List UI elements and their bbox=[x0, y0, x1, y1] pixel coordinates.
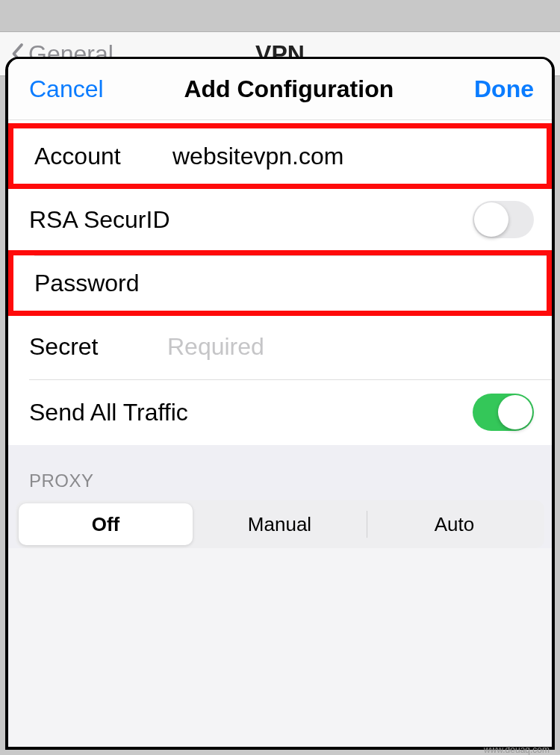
watermark-text: www.deuaq.com bbox=[484, 745, 550, 755]
secret-label: Secret bbox=[29, 333, 167, 361]
rsa-securid-toggle[interactable] bbox=[473, 201, 534, 238]
password-row[interactable]: Password bbox=[8, 250, 552, 316]
send-all-traffic-label: Send All Traffic bbox=[29, 399, 188, 426]
rsa-securid-row: RSA SecurID bbox=[8, 187, 552, 252]
toggle-knob bbox=[474, 202, 508, 237]
rsa-securid-label: RSA SecurID bbox=[29, 206, 170, 234]
done-button[interactable]: Done bbox=[474, 75, 534, 103]
add-configuration-modal: Cancel Add Configuration Done Account RS… bbox=[5, 57, 555, 750]
secret-input[interactable] bbox=[167, 333, 534, 361]
proxy-segment-auto[interactable]: Auto bbox=[367, 503, 541, 545]
account-row[interactable]: Account bbox=[8, 123, 552, 189]
proxy-section-header: PROXY bbox=[8, 445, 552, 500]
proxy-segmented-control[interactable]: Off Manual Auto bbox=[16, 500, 544, 548]
proxy-segment-off[interactable]: Off bbox=[19, 503, 193, 545]
vpn-fields-group: Account RSA SecurID Password Secret Send… bbox=[8, 120, 552, 445]
password-input[interactable] bbox=[172, 270, 529, 297]
send-all-traffic-row: Send All Traffic bbox=[8, 379, 552, 445]
account-label: Account bbox=[34, 143, 172, 170]
password-label: Password bbox=[34, 270, 172, 297]
toggle-knob bbox=[498, 395, 532, 429]
modal-title: Add Configuration bbox=[184, 75, 393, 103]
modal-header: Cancel Add Configuration Done bbox=[8, 59, 552, 120]
proxy-segmented-wrap: Off Manual Auto bbox=[8, 500, 552, 548]
cancel-button[interactable]: Cancel bbox=[29, 75, 104, 103]
modal-spacer bbox=[8, 548, 552, 747]
secret-row[interactable]: Secret bbox=[8, 314, 552, 379]
send-all-traffic-toggle[interactable] bbox=[473, 394, 534, 431]
proxy-segment-manual[interactable]: Manual bbox=[193, 503, 367, 545]
account-input[interactable] bbox=[172, 143, 529, 170]
